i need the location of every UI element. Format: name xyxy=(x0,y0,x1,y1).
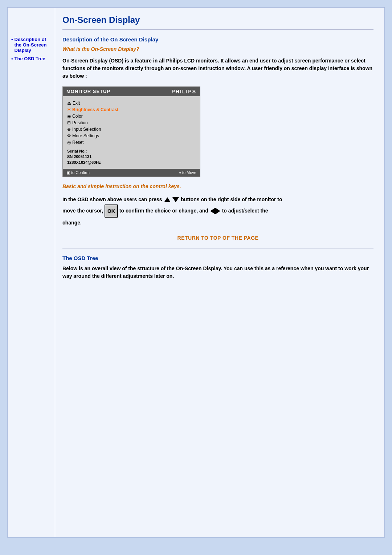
keys-text-part5: to adjust/select the xyxy=(222,208,268,214)
exit-icon: ⏏ xyxy=(67,101,71,106)
section-description: Description of the On Screen Display Wha… xyxy=(62,36,373,248)
monitor-header: MONITOR SETUP PHILIPS xyxy=(63,87,200,96)
monitor-serial: Serial No.: SN 20051131 1280X1024@60Hz xyxy=(67,149,196,165)
section1-body: On-Screen Display (OSD) is a feature in … xyxy=(62,57,373,80)
divider-top xyxy=(62,29,373,30)
outer-wrapper: • Description of the On-Screen Display •… xyxy=(0,0,392,555)
keys-text-part2: buttons on the right side of the monitor… xyxy=(181,197,282,202)
keys-text: In the OSD shown above users can press b… xyxy=(62,194,373,228)
section2-body: Below is an overall view of the structur… xyxy=(62,265,373,280)
keys-section-title: Basic and simple instruction on the cont… xyxy=(62,183,373,189)
reset-icon: ◎ xyxy=(67,140,71,145)
section-osd-tree: The OSD Tree Below is an overall view of… xyxy=(62,255,373,280)
monitor-image: MONITOR SETUP PHILIPS ⏏ Exit ✶ Brightnes… xyxy=(62,86,200,177)
menu-item-input: ⊕ Input Selection xyxy=(67,126,196,133)
sidebar-item-osd-tree[interactable]: • The OSD Tree xyxy=(11,56,51,61)
menu-item-more: ✿ More Settings xyxy=(67,133,196,139)
page-container: • Description of the On-Screen Display •… xyxy=(7,7,385,538)
divider-middle xyxy=(62,248,373,248)
brightness-icon: ✶ xyxy=(67,107,71,112)
position-icon: ⊞ xyxy=(67,120,71,125)
serial-number: SN 20051131 xyxy=(67,154,196,159)
sidebar-bullet-1: • xyxy=(11,37,13,42)
philips-logo: PHILIPS xyxy=(172,89,196,94)
more-icon: ✿ xyxy=(67,133,71,138)
section2-title: The OSD Tree xyxy=(62,255,373,261)
monitor-footer: ▣ to Confirm ♦ to Move xyxy=(63,169,200,177)
menu-item-reset: ◎ Reset xyxy=(67,139,196,146)
keys-text-part3: move the cursor, xyxy=(62,208,105,214)
lr-arrows-icon xyxy=(210,208,220,214)
sidebar: • Description of the On-Screen Display •… xyxy=(8,8,55,537)
menu-item-brightness: ✶ Brightness & Contrast xyxy=(67,106,196,113)
return-to-top[interactable]: RETURN TO TOP OF THE PAGE xyxy=(62,235,373,241)
menu-item-position: ⊞ Position xyxy=(67,119,196,126)
left-arrow-icon xyxy=(210,208,215,214)
footer-confirm: ▣ to Confirm xyxy=(66,170,90,175)
resolution: 1280X1024@60Hz xyxy=(67,160,196,165)
monitor-header-title: MONITOR SETUP xyxy=(66,89,110,94)
footer-move: ♦ to Move xyxy=(179,170,196,175)
section1-subtitle: What is the On-Screen Display? xyxy=(62,46,373,52)
ok-button-icon: OK xyxy=(105,204,118,218)
menu-item-exit: ⏏ Exit xyxy=(67,100,196,106)
input-icon: ⊕ xyxy=(67,127,71,132)
section1-title: Description of the On Screen Display xyxy=(62,36,373,42)
up-arrow-icon xyxy=(164,197,171,202)
sidebar-item-description[interactable]: • Description of the On-Screen Display xyxy=(11,37,51,53)
right-arrow-icon xyxy=(215,208,220,214)
color-icon: ◉ xyxy=(67,114,71,119)
page-title: On-Screen Display xyxy=(62,15,373,25)
monitor-body: ⏏ Exit ✶ Brightness & Contrast ◉ Color xyxy=(63,96,200,169)
down-arrow-icon xyxy=(172,197,179,202)
keys-text-part6: change. xyxy=(62,220,82,226)
main-content: On-Screen Display Description of the On … xyxy=(55,8,384,537)
menu-item-color: ◉ Color xyxy=(67,113,196,119)
sidebar-item-osd-tree-label: The OSD Tree xyxy=(15,56,45,61)
keys-text-part1: In the OSD shown above users can press xyxy=(62,197,164,202)
keys-text-part4: to confirm the choice or change, and xyxy=(119,208,210,214)
sidebar-bullet-2: • xyxy=(11,56,13,61)
sidebar-item-description-label: Description of the On-Screen Display xyxy=(15,37,51,53)
serial-label: Serial No.: xyxy=(67,149,196,154)
return-to-top-link[interactable]: RETURN TO TOP OF THE PAGE xyxy=(177,235,259,241)
